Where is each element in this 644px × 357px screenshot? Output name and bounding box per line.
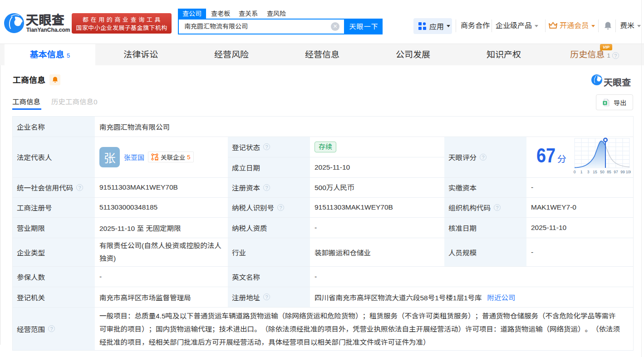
- svg-text:1: 1: [580, 170, 583, 174]
- svg-text:100: 100: [626, 170, 631, 174]
- svg-text:97: 97: [614, 170, 618, 174]
- svg-text:15: 15: [593, 170, 597, 174]
- svg-text:0: 0: [574, 170, 576, 174]
- svg-text:85: 85: [607, 170, 611, 174]
- svg-text:3: 3: [587, 170, 590, 174]
- svg-text:99: 99: [620, 170, 625, 174]
- svg-text:50: 50: [600, 170, 605, 174]
